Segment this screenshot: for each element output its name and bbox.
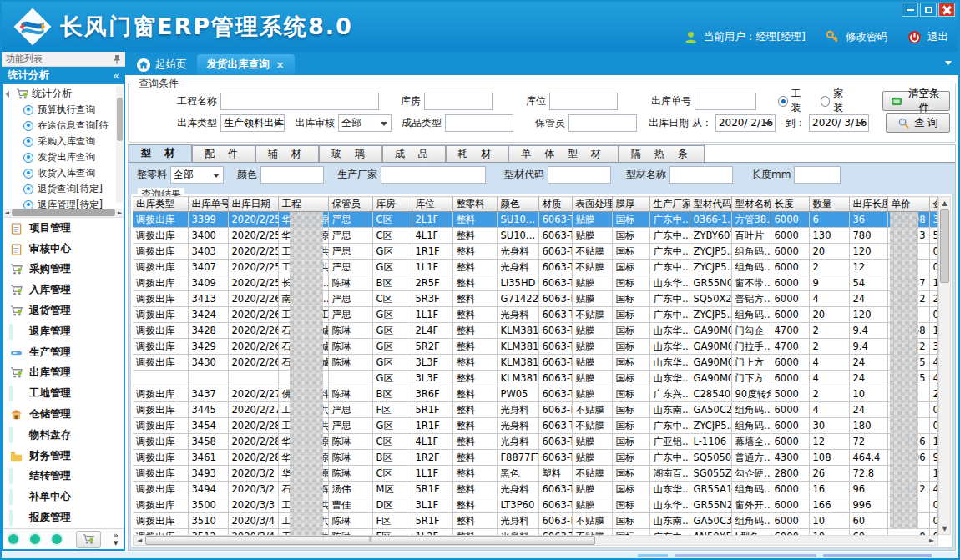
table-row[interactable]: 调拨出库34072020/2/25工共工程严思G区1L1F整料光身料6063-T… <box>133 260 938 275</box>
change-password-link[interactable]: 修改密码 <box>846 30 887 44</box>
tab-shipment-query[interactable]: 发货出库查询 × <box>197 54 295 75</box>
length-input[interactable] <box>794 166 841 184</box>
tree-item-退货查询[待定][interactable]: 退货查询[待定] <box>3 181 117 197</box>
table-row[interactable]: 调拨出库34002020/2/25华原…严思C区4L1F整料SU10…6063-… <box>133 228 938 244</box>
out-type-select[interactable]: 生产领料出库 <box>220 114 285 132</box>
sidebar-module-物料盘存[interactable]: 物料盘存 <box>3 425 124 446</box>
table-row[interactable]: 调拨出库34032020/2/25工共工程严思G区1R1F整料光身料6063-T… <box>133 244 938 260</box>
date-to-picker[interactable]: 2020/ 3/16 <box>809 114 869 132</box>
maker-input[interactable] <box>381 166 486 184</box>
tree-item-在途信息查询[待[interactable]: 在途信息查询[待 <box>3 118 117 134</box>
clear-conditions-button[interactable]: 清空条件 <box>882 91 950 111</box>
whole-part-select[interactable]: 全部 <box>170 166 224 184</box>
product-type-input[interactable] <box>445 114 513 132</box>
sidebar-module-结转管理[interactable]: 结转管理 <box>3 467 124 487</box>
table-row[interactable]: 调拨出库34242020/2/26工工程严思G区1L1F整料光身料6063-T5… <box>133 307 938 323</box>
table-row[interactable]: 调拨出库34372020/2/27佛料…陈琳B区3R6F整料PW056063-T… <box>133 386 938 402</box>
table-row[interactable]: 调拨出库34612020/2/28华原…陈琳B区1R2F整料F8877FT606… <box>133 450 938 466</box>
grid-column-header[interactable]: 工程 <box>278 197 328 212</box>
grid-column-header[interactable]: 表面处理 <box>572 197 612 212</box>
overflow-button[interactable]: »▼ <box>113 532 119 547</box>
table-row[interactable]: 调拨出库34452020/2/27工共工程严思F区5R1F整料光身料6063-T… <box>133 402 938 418</box>
maximize-button[interactable] <box>920 3 937 17</box>
sidebar-module-入库管理[interactable]: 入库管理 <box>3 280 124 300</box>
material-tab-成品[interactable]: 成 品 <box>382 145 446 162</box>
sidebar-module-采购管理[interactable]: 采购管理 <box>3 260 124 280</box>
grid-column-header[interactable]: 库房 <box>372 197 412 212</box>
table-row[interactable]: 调拨出库34932020/3/2华原…陈琳C区1L1F整料黑色塑料不贴膜国标湖南… <box>133 466 938 482</box>
grid-column-header[interactable]: 膜厚 <box>612 197 649 212</box>
grid-horizontal-scrollbar[interactable]: ◄► <box>133 535 938 546</box>
profile-name-input[interactable] <box>669 166 733 184</box>
grid-vertical-scrollbar[interactable]: ▲▼ <box>938 196 951 535</box>
tab-overflow-icon[interactable] <box>945 61 952 65</box>
module-dot-icon[interactable] <box>52 534 62 544</box>
table-row[interactable]: 调拨出库34292020/2/26石城陈琳G区5R2F整料KLM38176063… <box>133 339 938 355</box>
material-tab-辅材[interactable]: 辅 材 <box>255 145 319 162</box>
tree-item-采购入库查询[interactable]: 采购入库查询 <box>3 134 117 149</box>
sidebar-module-工地管理[interactable]: 工地管理 <box>3 383 124 404</box>
module-dot-icon[interactable] <box>8 534 18 544</box>
order-no-input[interactable] <box>695 93 756 110</box>
tree-item-收货入库查询[interactable]: 收货入库查询 <box>3 165 117 181</box>
table-row[interactable]: 调拨出库34302020/2/26石城陈琳G区3L3F整料KLM38176063… <box>133 355 938 371</box>
grid-column-header[interactable]: 单价 <box>887 197 929 212</box>
grid-column-header[interactable]: 出库类型 <box>133 197 188 212</box>
sidebar-module-仓储管理[interactable]: 仓储管理 <box>3 404 124 425</box>
table-row[interactable]: G区3L3F整料KLM38176063-T5贴膜国标山东华…GA90M09…门下… <box>133 371 938 386</box>
grid-column-header[interactable]: 库位 <box>412 197 452 212</box>
grid-column-header[interactable]: 材质 <box>538 197 572 212</box>
radio-jiazhuang[interactable]: 家装 <box>821 87 851 115</box>
collapse-icon[interactable]: « <box>113 69 119 82</box>
grid-column-header[interactable]: 出库单号 <box>188 197 228 212</box>
location-input[interactable] <box>549 93 618 110</box>
module-dot-icon[interactable] <box>30 534 40 544</box>
table-row[interactable]: 调拨出库35102020/3/4工共工程陈琳F区5R1F整料光身料6063-T5… <box>133 513 938 529</box>
table-row[interactable]: 调拨出库34092020/2/25长…陈琳B区2R5F整料LI35HD6063-… <box>133 275 938 291</box>
grid-column-header[interactable]: 型材代码 <box>690 197 731 212</box>
cart-tool-button[interactable] <box>76 531 101 548</box>
sidebar-module-项目管理[interactable]: 项目管理 <box>3 218 124 239</box>
sidebar-module-审核中心[interactable]: 审核中心 <box>3 239 124 260</box>
material-tab-隔热条[interactable]: 隔 热 条 <box>619 145 705 162</box>
keeper-input[interactable] <box>568 114 637 132</box>
table-row[interactable]: 调拨出库35122020/3/4工共工程陈琳F区1L2F整料光身料6063-T5… <box>133 529 938 536</box>
material-tab-配件[interactable]: 配 件 <box>192 145 255 162</box>
pin-icon[interactable] <box>113 54 121 64</box>
color-input[interactable] <box>260 166 324 184</box>
material-tab-单体型材[interactable]: 单 体 型 材 <box>508 145 618 162</box>
material-tab-型材[interactable]: 型 材 <box>129 144 192 162</box>
sidebar-module-财务管理[interactable]: 财务管理 <box>3 446 124 467</box>
table-row[interactable]: 调拨出库34132020/2/26南…严思C区5R3F整料G714226063-… <box>133 291 938 307</box>
search-button[interactable]: 查 询 <box>886 113 950 133</box>
logout-link[interactable]: 退出 <box>927 30 948 44</box>
table-row[interactable]: 调拨出库34582020/2/28华原…陈琳C区4L1F整料光身料6063-T5… <box>133 434 938 450</box>
table-row[interactable]: 调拨出库33992020/2/25华原…严思C区2L1F整料SU10…6063-… <box>133 212 938 228</box>
grid-column-header[interactable]: 长度 <box>771 197 809 212</box>
grid-column-header[interactable]: 数量 <box>809 197 849 212</box>
sidebar-module-出库管理[interactable]: 出库管理 <box>3 363 124 384</box>
table-row[interactable]: 调拨出库34942020/3/2石辉城汤伟M区5R1F整料光身料6063-T5贴… <box>133 482 938 497</box>
tree-root-statistics[interactable]: 统计分析 <box>3 86 117 102</box>
table-row[interactable]: 调拨出库34542020/2/28工共工程严思G区1R1F整料光身料6063-T… <box>133 418 938 434</box>
grid-column-header[interactable]: 出库日期 <box>228 197 278 212</box>
project-name-input[interactable] <box>220 93 379 110</box>
audit-select[interactable]: 全部 <box>338 114 392 132</box>
tab-home[interactable]: 起始页 <box>127 54 197 75</box>
sidebar-module-退货管理[interactable]: 退货管理 <box>3 300 124 321</box>
sidebar-module-补单中心[interactable]: 补单中心 <box>3 487 124 507</box>
grid-column-header[interactable]: 出库长度 <box>849 197 887 212</box>
date-from-picker[interactable]: 2020/ 2/16 <box>715 114 776 132</box>
grid-column-header[interactable]: 颜色 <box>497 197 538 212</box>
tab-close-icon[interactable]: × <box>276 59 285 71</box>
profile-code-input[interactable] <box>548 166 611 184</box>
material-tab-玻璃[interactable]: 玻 璃 <box>319 145 382 162</box>
sidebar-module-退库管理[interactable]: 退库管理 <box>3 321 124 342</box>
tree-item-预算执行查询[interactable]: 预算执行查询 <box>3 102 117 118</box>
grid-column-header[interactable]: 型材名称 <box>731 197 771 212</box>
tree-expander-icon[interactable] <box>6 90 13 97</box>
tree-item-发货出库查询[interactable]: 发货出库查询 <box>3 149 117 165</box>
table-row[interactable]: 调拨出库35002020/3/3工共工程曹佳D区3L1F整料LT3P606063… <box>133 497 938 513</box>
sidebar-module-报废管理[interactable]: 报废管理 <box>3 507 124 528</box>
sidebar-module-生产管理[interactable]: 生产管理 <box>3 342 124 363</box>
